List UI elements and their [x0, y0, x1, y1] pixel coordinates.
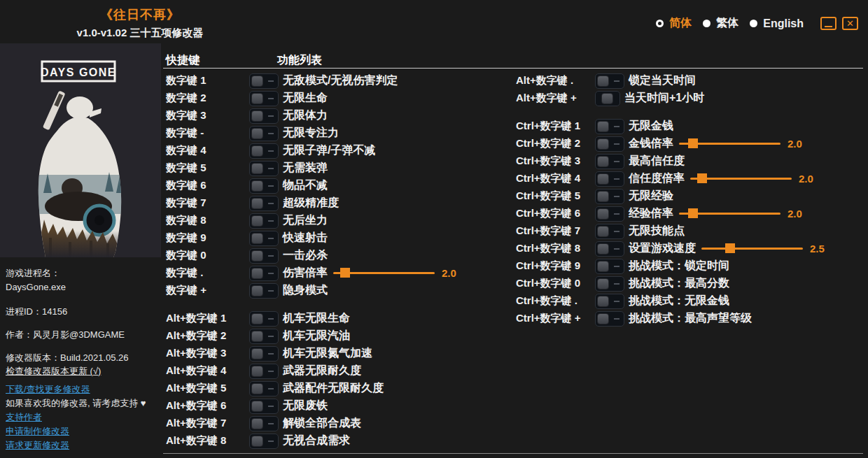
slider-track[interactable]	[701, 248, 803, 250]
slider-track[interactable]	[333, 272, 435, 274]
slider-knob[interactable]	[688, 208, 698, 218]
value-slider[interactable]	[679, 143, 780, 145]
toggle-switch[interactable]	[595, 241, 624, 257]
toggle-switch[interactable]	[595, 311, 624, 327]
toggle-switch[interactable]	[249, 248, 279, 264]
minimize-button[interactable]	[820, 17, 836, 30]
toggle-switch[interactable]	[249, 161, 279, 176]
toggle-switch[interactable]	[249, 108, 279, 124]
function-label: 无限生命	[283, 91, 328, 106]
hotkey-label: 数字键 1	[166, 74, 249, 87]
toggle-off-dash	[268, 150, 274, 152]
function-label: 物品不减	[283, 178, 328, 193]
game-title: 《往日不再》	[0, 6, 280, 23]
close-button[interactable]: ✕	[842, 17, 858, 30]
request-create-link[interactable]: 申请制作修改器	[6, 425, 69, 438]
toggle-switch[interactable]	[595, 206, 624, 222]
slider-knob[interactable]	[688, 138, 698, 148]
feature-row: Alt+数字键 6无限废铁	[166, 397, 328, 415]
lang-label-traditional[interactable]: 繁体	[716, 16, 738, 31]
radio-icon[interactable]	[703, 20, 710, 27]
toggle-switch[interactable]	[249, 231, 279, 246]
feature-row: Ctrl+数字键 2金钱倍率2.0	[516, 135, 802, 152]
function-label: 无限废铁	[283, 399, 328, 413]
toggle-switch[interactable]	[595, 259, 624, 274]
value-slider[interactable]	[679, 213, 780, 215]
lang-option-english[interactable]: English	[750, 17, 804, 30]
toggle-switch[interactable]	[595, 189, 624, 204]
toggle-knob	[251, 285, 263, 296]
toggle-switch[interactable]	[249, 73, 279, 89]
action-button[interactable]	[595, 91, 620, 106]
toggle-knob	[251, 93, 263, 104]
minimize-icon	[825, 26, 832, 27]
process-id-value: 14156	[42, 306, 67, 317]
radio-icon[interactable]	[750, 20, 757, 27]
toggle-switch[interactable]	[249, 364, 279, 379]
toggle-switch[interactable]	[249, 416, 279, 431]
lang-label-simplified[interactable]: 简体	[669, 16, 692, 31]
toggle-switch[interactable]	[595, 73, 624, 89]
feature-row: Alt+数字键 3机车无限氮气加速	[166, 345, 372, 362]
toggle-switch[interactable]	[249, 434, 279, 449]
toggle-switch[interactable]	[249, 329, 279, 344]
slider-track[interactable]	[690, 178, 792, 180]
header: 《往日不再》 v1.0-v1.02 三十五项修改器	[0, 6, 280, 40]
toggle-switch[interactable]	[249, 143, 279, 159]
feature-row: 数字键 2无限生命	[166, 90, 328, 107]
radio-selected-icon[interactable]	[656, 20, 664, 27]
lang-option-traditional[interactable]: 繁体	[703, 16, 738, 31]
hotkey-label: Ctrl+数字键 9	[516, 259, 595, 273]
bottom-divider	[163, 453, 863, 454]
toggle-knob	[251, 76, 263, 87]
value-slider[interactable]	[333, 272, 435, 274]
toggle-switch[interactable]	[249, 91, 279, 106]
toggle-switch[interactable]	[249, 381, 279, 396]
function-label: 挑战模式：最高分数	[629, 276, 729, 291]
more-trainers-link[interactable]: 下载/查找更多修改器	[6, 383, 90, 396]
toggle-switch[interactable]	[249, 283, 279, 299]
toggle-switch[interactable]	[595, 154, 624, 169]
function-label: 挑战模式：最高声望等级	[629, 311, 752, 326]
toggle-knob	[601, 93, 613, 104]
toggle-switch[interactable]	[249, 178, 279, 194]
toggle-switch[interactable]	[249, 399, 279, 414]
toggle-switch[interactable]	[595, 171, 624, 187]
trainer-subtitle: v1.0-v1.02 三十五项修改器	[0, 27, 280, 40]
toggle-switch[interactable]	[249, 196, 279, 211]
hotkey-label: Alt+数字键 +	[516, 92, 595, 105]
hotkey-label: 数字键 +	[166, 284, 249, 297]
language-bar: 简体 繁体 English ✕	[656, 16, 858, 31]
support-author-link[interactable]: 支持作者	[6, 411, 42, 424]
toggle-switch[interactable]	[249, 213, 279, 229]
slider-knob[interactable]	[340, 268, 350, 278]
function-label: 无限经验	[629, 189, 673, 203]
toggle-knob	[251, 250, 263, 262]
slider-track[interactable]	[679, 213, 780, 215]
toggle-switch[interactable]	[595, 136, 624, 152]
slider-knob[interactable]	[697, 173, 707, 183]
hotkey-label: Alt+数字键 .	[516, 74, 595, 87]
request-update-link[interactable]: 请求更新修改器	[6, 439, 69, 452]
toggle-knob	[251, 268, 263, 279]
toggle-switch[interactable]	[595, 119, 624, 134]
toggle-switch[interactable]	[249, 346, 279, 362]
toggle-off-dash	[268, 290, 274, 292]
check-update-link[interactable]: 检查修改器版本更新 (√)	[6, 365, 101, 378]
value-slider[interactable]	[701, 248, 803, 250]
lang-label-english[interactable]: English	[763, 17, 804, 30]
slider-knob[interactable]	[725, 243, 735, 253]
hotkey-label: Ctrl+数字键 6	[516, 207, 595, 220]
toggle-switch[interactable]	[249, 311, 279, 327]
feature-row: 数字键 0一击必杀	[166, 247, 328, 264]
lang-option-simplified[interactable]: 简体	[656, 16, 692, 31]
toggle-switch[interactable]	[595, 224, 624, 239]
slider-track[interactable]	[679, 143, 780, 145]
value-slider[interactable]	[690, 178, 792, 180]
toggle-switch[interactable]	[249, 126, 279, 141]
toggle-switch[interactable]	[595, 294, 624, 309]
feature-row: Ctrl+数字键 1无限金钱	[516, 117, 673, 135]
toggle-switch[interactable]	[595, 276, 624, 292]
process-id-label: 进程ID：	[6, 306, 42, 317]
toggle-switch[interactable]	[249, 266, 279, 281]
